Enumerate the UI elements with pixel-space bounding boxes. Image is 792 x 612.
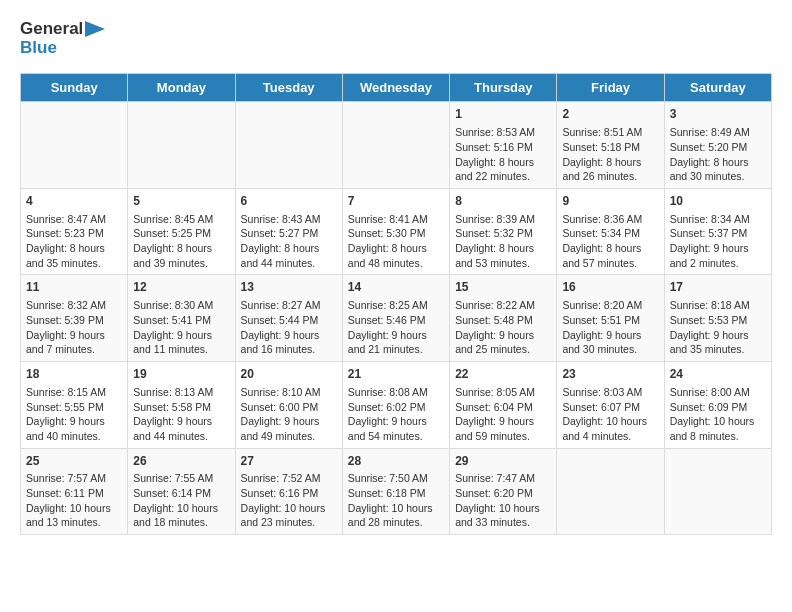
day-number: 23 (562, 366, 658, 383)
calendar-cell: 10Sunrise: 8:34 AMSunset: 5:37 PMDayligh… (664, 188, 771, 275)
col-header-saturday: Saturday (664, 74, 771, 102)
day-number: 1 (455, 106, 551, 123)
day-number: 22 (455, 366, 551, 383)
day-number: 2 (562, 106, 658, 123)
day-info: Sunrise: 7:52 AMSunset: 6:16 PMDaylight:… (241, 471, 337, 530)
day-info: Sunrise: 8:45 AMSunset: 5:25 PMDaylight:… (133, 212, 229, 271)
calendar-cell: 3Sunrise: 8:49 AMSunset: 5:20 PMDaylight… (664, 102, 771, 189)
calendar-cell: 24Sunrise: 8:00 AMSunset: 6:09 PMDayligh… (664, 362, 771, 449)
day-number: 7 (348, 193, 444, 210)
day-number: 27 (241, 453, 337, 470)
logo-arrow-icon (85, 21, 105, 37)
calendar-cell: 19Sunrise: 8:13 AMSunset: 5:58 PMDayligh… (128, 362, 235, 449)
day-number: 26 (133, 453, 229, 470)
day-number: 25 (26, 453, 122, 470)
logo: General Blue (20, 20, 105, 57)
day-info: Sunrise: 7:50 AMSunset: 6:18 PMDaylight:… (348, 471, 444, 530)
calendar-cell: 8Sunrise: 8:39 AMSunset: 5:32 PMDaylight… (450, 188, 557, 275)
calendar-table: SundayMondayTuesdayWednesdayThursdayFrid… (20, 73, 772, 535)
day-info: Sunrise: 8:36 AMSunset: 5:34 PMDaylight:… (562, 212, 658, 271)
day-info: Sunrise: 8:32 AMSunset: 5:39 PMDaylight:… (26, 298, 122, 357)
calendar-cell: 11Sunrise: 8:32 AMSunset: 5:39 PMDayligh… (21, 275, 128, 362)
day-info: Sunrise: 8:43 AMSunset: 5:27 PMDaylight:… (241, 212, 337, 271)
day-number: 21 (348, 366, 444, 383)
day-info: Sunrise: 8:10 AMSunset: 6:00 PMDaylight:… (241, 385, 337, 444)
day-info: Sunrise: 8:15 AMSunset: 5:55 PMDaylight:… (26, 385, 122, 444)
logo-blue-text: Blue (20, 39, 105, 58)
day-number: 15 (455, 279, 551, 296)
col-header-monday: Monday (128, 74, 235, 102)
day-number: 11 (26, 279, 122, 296)
day-info: Sunrise: 8:22 AMSunset: 5:48 PMDaylight:… (455, 298, 551, 357)
col-header-wednesday: Wednesday (342, 74, 449, 102)
day-number: 19 (133, 366, 229, 383)
calendar-cell: 4Sunrise: 8:47 AMSunset: 5:23 PMDaylight… (21, 188, 128, 275)
day-number: 20 (241, 366, 337, 383)
calendar-cell: 7Sunrise: 8:41 AMSunset: 5:30 PMDaylight… (342, 188, 449, 275)
calendar-cell: 17Sunrise: 8:18 AMSunset: 5:53 PMDayligh… (664, 275, 771, 362)
day-info: Sunrise: 8:49 AMSunset: 5:20 PMDaylight:… (670, 125, 766, 184)
calendar-cell (128, 102, 235, 189)
calendar-cell: 1Sunrise: 8:53 AMSunset: 5:16 PMDaylight… (450, 102, 557, 189)
calendar-cell: 14Sunrise: 8:25 AMSunset: 5:46 PMDayligh… (342, 275, 449, 362)
calendar-cell: 21Sunrise: 8:08 AMSunset: 6:02 PMDayligh… (342, 362, 449, 449)
col-header-friday: Friday (557, 74, 664, 102)
calendar-cell: 12Sunrise: 8:30 AMSunset: 5:41 PMDayligh… (128, 275, 235, 362)
day-info: Sunrise: 8:13 AMSunset: 5:58 PMDaylight:… (133, 385, 229, 444)
day-info: Sunrise: 7:57 AMSunset: 6:11 PMDaylight:… (26, 471, 122, 530)
day-info: Sunrise: 8:00 AMSunset: 6:09 PMDaylight:… (670, 385, 766, 444)
day-info: Sunrise: 7:47 AMSunset: 6:20 PMDaylight:… (455, 471, 551, 530)
calendar-cell (235, 102, 342, 189)
calendar-cell: 27Sunrise: 7:52 AMSunset: 6:16 PMDayligh… (235, 448, 342, 535)
calendar-cell: 29Sunrise: 7:47 AMSunset: 6:20 PMDayligh… (450, 448, 557, 535)
day-number: 13 (241, 279, 337, 296)
day-info: Sunrise: 8:39 AMSunset: 5:32 PMDaylight:… (455, 212, 551, 271)
header: General Blue (20, 20, 772, 57)
calendar-cell: 28Sunrise: 7:50 AMSunset: 6:18 PMDayligh… (342, 448, 449, 535)
day-info: Sunrise: 8:18 AMSunset: 5:53 PMDaylight:… (670, 298, 766, 357)
calendar-cell: 13Sunrise: 8:27 AMSunset: 5:44 PMDayligh… (235, 275, 342, 362)
day-info: Sunrise: 8:41 AMSunset: 5:30 PMDaylight:… (348, 212, 444, 271)
day-number: 12 (133, 279, 229, 296)
calendar-cell (21, 102, 128, 189)
calendar-cell (664, 448, 771, 535)
day-number: 28 (348, 453, 444, 470)
day-info: Sunrise: 8:05 AMSunset: 6:04 PMDaylight:… (455, 385, 551, 444)
day-number: 4 (26, 193, 122, 210)
day-number: 9 (562, 193, 658, 210)
calendar-cell: 5Sunrise: 8:45 AMSunset: 5:25 PMDaylight… (128, 188, 235, 275)
calendar-cell: 22Sunrise: 8:05 AMSunset: 6:04 PMDayligh… (450, 362, 557, 449)
day-number: 8 (455, 193, 551, 210)
calendar-cell: 15Sunrise: 8:22 AMSunset: 5:48 PMDayligh… (450, 275, 557, 362)
calendar-cell: 18Sunrise: 8:15 AMSunset: 5:55 PMDayligh… (21, 362, 128, 449)
calendar-cell: 16Sunrise: 8:20 AMSunset: 5:51 PMDayligh… (557, 275, 664, 362)
day-info: Sunrise: 8:08 AMSunset: 6:02 PMDaylight:… (348, 385, 444, 444)
day-number: 14 (348, 279, 444, 296)
col-header-sunday: Sunday (21, 74, 128, 102)
day-info: Sunrise: 8:03 AMSunset: 6:07 PMDaylight:… (562, 385, 658, 444)
day-number: 17 (670, 279, 766, 296)
calendar-cell: 20Sunrise: 8:10 AMSunset: 6:00 PMDayligh… (235, 362, 342, 449)
day-number: 5 (133, 193, 229, 210)
day-info: Sunrise: 8:25 AMSunset: 5:46 PMDaylight:… (348, 298, 444, 357)
day-info: Sunrise: 8:20 AMSunset: 5:51 PMDaylight:… (562, 298, 658, 357)
day-number: 10 (670, 193, 766, 210)
calendar-cell: 6Sunrise: 8:43 AMSunset: 5:27 PMDaylight… (235, 188, 342, 275)
day-info: Sunrise: 8:51 AMSunset: 5:18 PMDaylight:… (562, 125, 658, 184)
day-number: 3 (670, 106, 766, 123)
day-info: Sunrise: 8:47 AMSunset: 5:23 PMDaylight:… (26, 212, 122, 271)
calendar-cell: 25Sunrise: 7:57 AMSunset: 6:11 PMDayligh… (21, 448, 128, 535)
calendar-cell: 2Sunrise: 8:51 AMSunset: 5:18 PMDaylight… (557, 102, 664, 189)
day-number: 16 (562, 279, 658, 296)
day-info: Sunrise: 8:34 AMSunset: 5:37 PMDaylight:… (670, 212, 766, 271)
calendar-cell (557, 448, 664, 535)
day-info: Sunrise: 7:55 AMSunset: 6:14 PMDaylight:… (133, 471, 229, 530)
logo-general-text: General (20, 20, 83, 39)
col-header-tuesday: Tuesday (235, 74, 342, 102)
calendar-cell (342, 102, 449, 189)
day-number: 6 (241, 193, 337, 210)
calendar-cell: 26Sunrise: 7:55 AMSunset: 6:14 PMDayligh… (128, 448, 235, 535)
col-header-thursday: Thursday (450, 74, 557, 102)
calendar-cell: 9Sunrise: 8:36 AMSunset: 5:34 PMDaylight… (557, 188, 664, 275)
day-info: Sunrise: 8:53 AMSunset: 5:16 PMDaylight:… (455, 125, 551, 184)
